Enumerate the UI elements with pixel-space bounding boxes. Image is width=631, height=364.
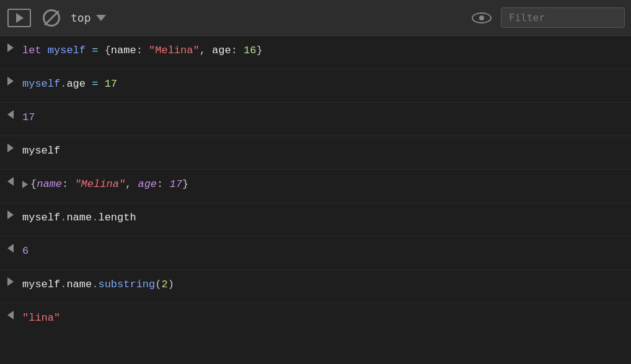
chevron-right-icon [7, 144, 14, 152]
console-row: 17 [0, 103, 631, 136]
chevron-right-icon [7, 210, 14, 219]
console-row: myself [0, 136, 631, 170]
row-expand-chevron[interactable] [7, 276, 22, 286]
row-expand-chevron[interactable] [7, 76, 22, 85]
play-pause-button[interactable] [6, 5, 32, 31]
row-content: {name: "Melina", age: 17} [22, 176, 624, 193]
output-arrow [7, 311, 15, 319]
row-content: myself [22, 142, 624, 159]
row-content: myself.age = 17 [22, 76, 624, 92]
row-output-indicator [7, 109, 22, 119]
console-row: {name: "Melina", age: 17} [0, 170, 631, 203]
row-output-indicator [7, 243, 22, 253]
console-toolbar: top [0, 0, 631, 36]
console-row: myself.name.length [0, 203, 631, 236]
code-expression: myself.name.substring(2) [22, 279, 174, 290]
row-content: 17 [22, 109, 624, 126]
code-expression: myself.age = 17 [22, 78, 117, 90]
code-expression: let myself = {name: "Melina", age: 16} [22, 45, 263, 56]
output-arrow [7, 244, 15, 253]
code-result[interactable]: {name: "Melina", age: 17} [22, 178, 188, 190]
row-content: let myself = {name: "Melina", age: 16} [22, 42, 624, 59]
row-output-indicator [7, 310, 22, 319]
context-dropdown-arrow[interactable] [96, 15, 106, 21]
code-result: 17 [22, 111, 35, 123]
console-row: 6 [0, 236, 631, 270]
code-result: "lina" [22, 312, 60, 324]
row-expand-chevron[interactable] [7, 142, 22, 152]
console-row: "lina" [0, 303, 631, 337]
chevron-right-icon [7, 77, 14, 85]
filter-input[interactable] [501, 7, 625, 28]
chevron-right-icon [7, 43, 14, 52]
context-label: top [71, 11, 91, 24]
output-arrow [7, 177, 15, 186]
row-content: myself.name.substring(2) [22, 276, 624, 293]
code-expression: myself.name.length [22, 212, 136, 223]
clear-console-button[interactable] [38, 5, 64, 31]
play-pause-icon [7, 9, 31, 27]
console-row: myself.age = 17 [0, 69, 631, 103]
code-expression: myself [22, 145, 60, 157]
row-content: "lina" [22, 310, 624, 326]
console-output: let myself = {name: "Melina", age: 16} m… [0, 36, 631, 364]
clear-icon [43, 9, 60, 27]
chevron-right-icon [7, 277, 14, 286]
row-content: 6 [22, 243, 624, 259]
eye-icon [472, 12, 492, 24]
context-selector: top [71, 11, 462, 24]
row-content: myself.name.length [22, 209, 624, 226]
code-result: 6 [22, 245, 29, 257]
console-row: let myself = {name: "Melina", age: 16} [0, 36, 631, 69]
live-expressions-button[interactable] [469, 5, 495, 31]
console-row: myself.name.substring(2) [0, 270, 631, 303]
row-output-indicator [7, 176, 22, 186]
output-arrow [7, 110, 15, 119]
row-expand-chevron[interactable] [7, 209, 22, 219]
row-expand-chevron[interactable] [7, 42, 22, 52]
